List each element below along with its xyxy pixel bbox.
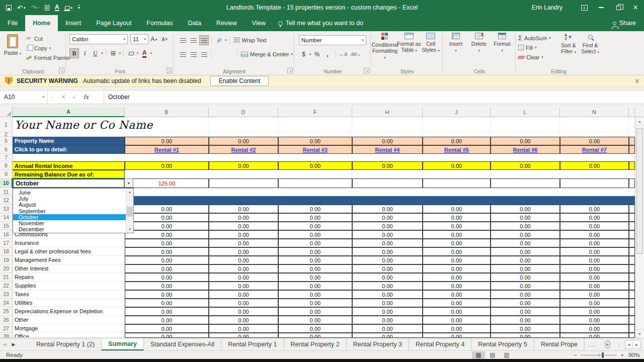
- cell-H10[interactable]: [352, 178, 423, 188]
- orientation-button[interactable]: ab: [214, 35, 224, 45]
- row-header-17[interactable]: 17: [0, 239, 13, 247]
- font-name-combo[interactable]: Calibri▾: [69, 34, 128, 44]
- cell-J11[interactable]: [423, 188, 491, 196]
- enter-icon[interactable]: ✓: [72, 94, 77, 101]
- cell-A26[interactable]: Other: [13, 316, 125, 324]
- row-header-16[interactable]: 16: [0, 230, 13, 239]
- vertical-scrollbar[interactable]: ▲ ▼: [635, 117, 644, 338]
- column-header-D[interactable]: D: [209, 107, 278, 117]
- cell-L2[interactable]: [491, 132, 560, 137]
- cell-N24[interactable]: 0.00: [560, 299, 629, 307]
- cell-J19[interactable]: 0.00: [423, 256, 491, 264]
- cell-L22[interactable]: 0.00: [491, 282, 560, 290]
- top-align-button[interactable]: [178, 35, 188, 45]
- cell-N15[interactable]: 0.00: [560, 222, 629, 230]
- cell-F11[interactable]: [278, 188, 352, 196]
- cell-A5[interactable]: Property Name: [13, 137, 125, 145]
- font-quick-button[interactable]: A: [55, 4, 59, 11]
- cell-D2[interactable]: [209, 132, 278, 137]
- font-size-combo[interactable]: 11▾: [130, 34, 148, 44]
- cell-J25[interactable]: 0.00: [423, 307, 491, 316]
- tell-me-box[interactable]: Tell me what you want to do: [278, 15, 363, 31]
- cell-B12[interactable]: [125, 196, 209, 205]
- cell-F8[interactable]: 0.00: [278, 161, 352, 170]
- rental-link[interactable]: Rental #7: [582, 147, 607, 153]
- month-option-june[interactable]: June: [13, 190, 126, 196]
- cell-H27[interactable]: 0.00: [352, 324, 423, 333]
- cell-N9[interactable]: [560, 170, 629, 178]
- clear-button[interactable]: Clear ▾: [518, 52, 551, 62]
- cell-F27[interactable]: 0.00: [278, 324, 352, 333]
- italic-button[interactable]: I: [80, 48, 90, 58]
- formula-bar-input[interactable]: October: [104, 90, 644, 104]
- cell-F1[interactable]: [278, 117, 352, 132]
- cell-J6[interactable]: Rental #5: [423, 145, 491, 154]
- sheet-tab-rental-property-1-2-[interactable]: Rental Property 1 (2): [30, 338, 102, 350]
- cell-F18[interactable]: 0.00: [278, 247, 352, 256]
- dropdown-scrollbar-thumb[interactable]: [127, 207, 133, 217]
- cell-B18[interactable]: 0.00: [125, 247, 209, 256]
- cell-D14[interactable]: 0.00: [209, 213, 278, 222]
- bold-button[interactable]: B: [69, 48, 79, 58]
- sheet-tab-rental-property-3[interactable]: Rental Property 3: [347, 338, 409, 350]
- cell-L8[interactable]: 0.00: [491, 161, 560, 170]
- cell-H11[interactable]: [352, 188, 423, 196]
- cell-N5[interactable]: 0.00: [560, 137, 629, 145]
- column-header-B[interactable]: B: [125, 107, 209, 117]
- column-header-F[interactable]: F: [278, 107, 352, 117]
- cell-B27[interactable]: 0.00: [125, 324, 209, 333]
- row-header-18[interactable]: 18: [0, 247, 13, 256]
- cell-N18[interactable]: 0.00: [560, 247, 629, 256]
- close-button[interactable]: ×: [627, 0, 644, 15]
- percent-style-button[interactable]: %: [312, 49, 322, 59]
- cell-N6[interactable]: Rental #7: [560, 145, 629, 154]
- select-all-corner[interactable]: [0, 107, 13, 117]
- row-header-15[interactable]: 15: [0, 222, 13, 230]
- cell-F26[interactable]: 0.00: [278, 316, 352, 324]
- cell-D12[interactable]: [209, 196, 278, 205]
- sheet-tab-summary[interactable]: Summary: [102, 338, 144, 350]
- row-header-23[interactable]: 23: [0, 290, 13, 299]
- cell-F17[interactable]: 0.00: [278, 239, 352, 247]
- cell-L23[interactable]: 0.00: [491, 290, 560, 299]
- cell-B21[interactable]: 0.00: [125, 273, 209, 282]
- cell-B5[interactable]: 0.00: [125, 137, 209, 145]
- shrink-font-button[interactable]: A▼: [160, 34, 170, 44]
- cell-A24[interactable]: Utilities: [13, 299, 125, 307]
- fill-color-button[interactable]: [126, 48, 136, 58]
- vertical-scrollbar-thumb[interactable]: [636, 128, 643, 254]
- redo-button[interactable]: ↷▾: [31, 5, 39, 11]
- cell-F5[interactable]: 0.00: [278, 137, 352, 145]
- cell-A1[interactable]: Your Name or Co Name: [13, 117, 125, 132]
- cell-L17[interactable]: 0.00: [491, 239, 560, 247]
- sheet-tab-rental-prope[interactable]: Rental Prope: [534, 338, 585, 350]
- dropdown-scroll-down-icon[interactable]: ▼: [126, 226, 133, 233]
- cell-B14[interactable]: 0.00: [125, 213, 209, 222]
- accounting-format-button[interactable]: $: [299, 49, 308, 59]
- cell-A7[interactable]: [13, 154, 125, 161]
- cell-L26[interactable]: 0.00: [491, 316, 560, 324]
- cell-H25[interactable]: 0.00: [352, 307, 423, 316]
- row-header-20[interactable]: 20: [0, 264, 13, 273]
- cell-N21[interactable]: 0.00: [560, 273, 629, 282]
- row-header-5[interactable]: 5: [0, 137, 13, 145]
- cell-L7[interactable]: [491, 154, 560, 161]
- cell-J24[interactable]: 0.00: [423, 299, 491, 307]
- cell-D21[interactable]: 0.00: [209, 273, 278, 282]
- cell-L19[interactable]: 0.00: [491, 256, 560, 264]
- cell-D28[interactable]: 0.00: [209, 333, 278, 338]
- cell-L15[interactable]: 0.00: [491, 222, 560, 230]
- cell-A23[interactable]: Taxes: [13, 290, 125, 299]
- zoom-in-button[interactable]: +: [620, 352, 624, 358]
- cell-F9[interactable]: [278, 170, 352, 178]
- cell-N1[interactable]: [560, 117, 629, 132]
- cut-button[interactable]: ✂Cut: [25, 34, 71, 43]
- sheet-tabs-overflow[interactable]: ...: [585, 338, 601, 350]
- cell-H17[interactable]: 0.00: [352, 239, 423, 247]
- cell-B22[interactable]: 0.00: [125, 282, 209, 290]
- cell-L1[interactable]: [491, 117, 560, 132]
- cell-D19[interactable]: 0.00: [209, 256, 278, 264]
- increase-indent-button[interactable]: [225, 49, 234, 59]
- zoom-out-button[interactable]: −: [574, 352, 578, 358]
- sheet-nav-prev-icon[interactable]: ◀: [0, 338, 9, 350]
